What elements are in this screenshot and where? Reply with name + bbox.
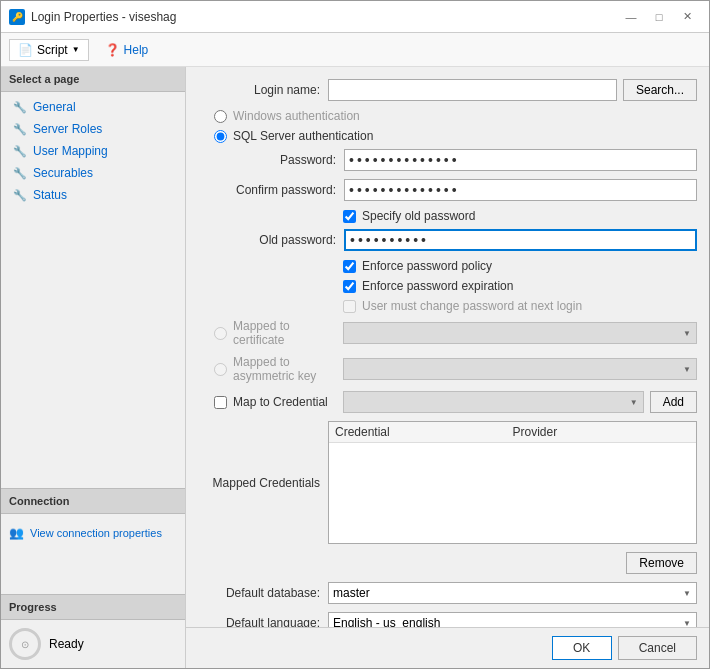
user-mapping-icon: 🔧 <box>13 145 27 158</box>
mapped-credentials-section: Mapped Credentials Credential Provider <box>198 421 697 544</box>
connection-section-label: Connection <box>1 488 185 514</box>
sidebar-items: 🔧 General 🔧 Server Roles 🔧 User Mapping … <box>1 92 185 488</box>
securables-label: Securables <box>33 166 93 180</box>
default-database-row: Default database: master <box>198 582 697 604</box>
must-change-password-checkbox[interactable] <box>343 300 356 313</box>
sidebar-item-general[interactable]: 🔧 General <box>1 96 185 118</box>
default-language-select-wrapper: English - us_english <box>328 612 697 627</box>
specify-old-password-checkbox[interactable] <box>343 210 356 223</box>
sql-auth-radio[interactable] <box>214 130 227 143</box>
windows-auth-radio[interactable] <box>214 110 227 123</box>
title-bar-left: 🔑 Login Properties - viseshag <box>9 9 176 25</box>
confirm-password-row: Confirm password: <box>214 179 697 201</box>
must-change-password-label: User must change password at next login <box>362 299 582 313</box>
specify-old-password-row: Specify old password <box>198 209 697 223</box>
sql-auth-row: SQL Server authentication <box>198 129 697 143</box>
window-title: Login Properties - viseshag <box>31 10 176 24</box>
close-button[interactable]: ✕ <box>673 7 701 27</box>
mapped-certificate-row: Mapped to certificate <box>198 319 697 347</box>
server-roles-icon: 🔧 <box>13 123 27 136</box>
right-panel: Login name: Search... Windows authentica… <box>186 67 709 627</box>
sidebar: Select a page 🔧 General 🔧 Server Roles 🔧… <box>1 67 186 668</box>
mapped-certificate-label: Mapped to certificate <box>233 319 343 347</box>
login-name-input[interactable] <box>328 79 617 101</box>
minimize-button[interactable]: — <box>617 7 645 27</box>
enforce-expiration-label: Enforce password expiration <box>362 279 513 293</box>
windows-auth-row: Windows authentication <box>198 109 697 123</box>
password-input[interactable] <box>344 149 697 171</box>
add-button[interactable]: Add <box>650 391 697 413</box>
ok-button[interactable]: OK <box>552 636 612 660</box>
progress-spinner: ⊙ <box>9 628 41 660</box>
status-label: Status <box>33 188 67 202</box>
connection-link-text: View connection properties <box>30 527 162 539</box>
progress-area: ⊙ Ready <box>1 620 185 668</box>
enforce-expiration-row: Enforce password expiration <box>198 279 697 293</box>
enforce-expiration-checkbox[interactable] <box>343 280 356 293</box>
title-bar-controls: — □ ✕ <box>617 7 701 27</box>
sidebar-item-securables[interactable]: 🔧 Securables <box>1 162 185 184</box>
credential-col-header: Credential <box>335 425 513 439</box>
sidebar-item-status[interactable]: 🔧 Status <box>1 184 185 206</box>
enforce-policy-row: Enforce password policy <box>198 259 697 273</box>
mc-table-body <box>329 443 696 543</box>
script-button[interactable]: 📄 Script ▼ <box>9 39 89 61</box>
windows-auth-label: Windows authentication <box>233 109 360 123</box>
dropdown-arrow-icon: ▼ <box>72 45 80 54</box>
password-row: Password: <box>214 149 697 171</box>
map-credential-label: Map to Credential <box>233 395 343 409</box>
old-password-input[interactable] <box>344 229 697 251</box>
select-page-label: Select a page <box>1 67 185 92</box>
confirm-password-input[interactable] <box>344 179 697 201</box>
default-language-row: Default language: English - us_english <box>198 612 697 627</box>
map-credential-row: Map to Credential Add <box>198 391 697 413</box>
cancel-button[interactable]: Cancel <box>618 636 697 660</box>
enforce-policy-checkbox[interactable] <box>343 260 356 273</box>
map-credential-checkbox[interactable] <box>214 396 227 409</box>
sidebar-item-server-roles[interactable]: 🔧 Server Roles <box>1 118 185 140</box>
login-name-label: Login name: <box>198 83 328 97</box>
specify-old-password-label: Specify old password <box>362 209 475 223</box>
mapped-asymmetric-row: Mapped to asymmetric key <box>198 355 697 383</box>
mapped-credentials-table: Credential Provider <box>328 421 697 544</box>
mapped-credentials-header-row: Mapped Credentials Credential Provider <box>198 421 697 544</box>
title-bar: 🔑 Login Properties - viseshag — □ ✕ <box>1 1 709 33</box>
sidebar-item-user-mapping[interactable]: 🔧 User Mapping <box>1 140 185 162</box>
search-button[interactable]: Search... <box>623 79 697 101</box>
login-name-row: Login name: Search... <box>198 79 697 101</box>
main-window: 🔑 Login Properties - viseshag — □ ✕ 📄 Sc… <box>0 0 710 669</box>
map-credential-select-wrapper <box>343 391 644 413</box>
old-password-row: Old password: <box>214 229 697 251</box>
maximize-button[interactable]: □ <box>645 7 673 27</box>
view-connection-properties-link[interactable]: 👥 View connection properties <box>9 522 177 544</box>
mapped-asymmetric-select-wrapper <box>343 358 697 380</box>
confirm-password-label: Confirm password: <box>214 183 344 197</box>
mapped-certificate-radio[interactable] <box>214 327 227 340</box>
window-icon: 🔑 <box>9 9 25 25</box>
mapped-asymmetric-select[interactable] <box>343 358 697 380</box>
securables-icon: 🔧 <box>13 167 27 180</box>
sql-auth-label: SQL Server authentication <box>233 129 373 143</box>
default-database-label: Default database: <box>198 586 328 600</box>
help-button[interactable]: ❓ Help <box>97 40 157 60</box>
right-panel-container: Login name: Search... Windows authentica… <box>186 67 709 668</box>
progress-section-label: Progress <box>1 594 185 620</box>
connection-area: 👥 View connection properties <box>1 514 185 594</box>
mc-table-header: Credential Provider <box>329 422 696 443</box>
default-database-select[interactable]: master <box>328 582 697 604</box>
enforce-policy-label: Enforce password policy <box>362 259 492 273</box>
default-language-select[interactable]: English - us_english <box>328 612 697 627</box>
map-credential-select[interactable] <box>343 391 644 413</box>
old-password-label: Old password: <box>214 233 344 247</box>
mapped-asymmetric-radio[interactable] <box>214 363 227 376</box>
script-label: Script <box>37 43 68 57</box>
remove-btn-row: Remove <box>198 552 697 574</box>
mapped-certificate-select[interactable] <box>343 322 697 344</box>
help-label: Help <box>124 43 149 57</box>
remove-button[interactable]: Remove <box>626 552 697 574</box>
main-content: Select a page 🔧 General 🔧 Server Roles 🔧… <box>1 67 709 668</box>
default-database-select-wrapper: master <box>328 582 697 604</box>
general-label: General <box>33 100 76 114</box>
connection-icon: 👥 <box>9 526 24 540</box>
server-roles-label: Server Roles <box>33 122 102 136</box>
